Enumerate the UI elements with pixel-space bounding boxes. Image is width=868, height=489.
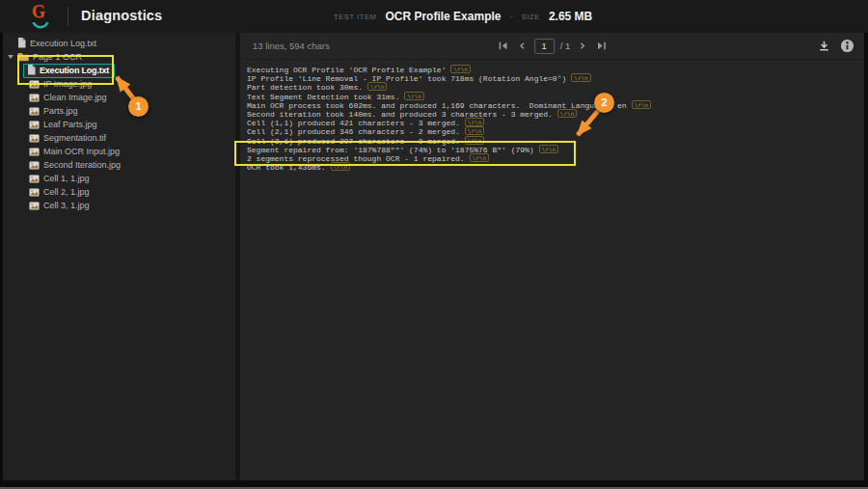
log-viewer-panel: 13 lines, 594 chars 1 / 1 [240, 33, 864, 480]
tree-item-label: Second Iteration.jpg [43, 160, 121, 170]
tree-item-label: Leaf Parts.jpg [43, 120, 97, 129]
log-line: Cell (2,1) produced 346 characters - 2 m… [247, 126, 651, 135]
crlf-badge: \r\n [331, 162, 350, 171]
tree-item-label: Main OCR Input.jpg [43, 147, 120, 156]
log-line: IP Profile 'Line Removal - IP Profile' t… [247, 73, 651, 82]
test-item-label: TEST ITEM [334, 13, 376, 21]
tree-item-label: Clean Image.jpg [43, 93, 107, 102]
meta-separator: · [509, 12, 512, 22]
size-value: 2.65 MB [549, 10, 592, 23]
page-title: Diagnostics [81, 8, 162, 23]
tree-item-label: Cell 2, 1.jpg [43, 187, 90, 197]
size-label: SIZE [522, 13, 540, 21]
test-item-value: OCR Profile Example [385, 10, 501, 23]
tree-item-label: Parts.jpg [43, 106, 78, 116]
viewer-toolbar: 13 lines, 594 chars 1 / 1 [240, 33, 864, 60]
log-line: OCR took 1,436ms.\r\n [247, 162, 651, 171]
tree-item-cell-3-1-jpg[interactable]: Cell 3, 1.jpg [3, 199, 235, 212]
log-line: Text Segment Detection took 31ms.\r\n [247, 92, 651, 100]
last-page-icon [594, 39, 609, 53]
crlf-badge: \r\n [367, 82, 387, 91]
tree-item-parts-jpg[interactable]: Parts.jpg [3, 104, 235, 118]
header-divider [68, 7, 68, 26]
tree-item-label: Segmentation.tif [43, 133, 106, 143]
chevron-right-icon [576, 39, 588, 53]
tree-item-main-ocr-input-jpg[interactable]: Main OCR Input.jpg [3, 145, 235, 158]
logo-arc-icon [32, 22, 49, 30]
log-line: Part detection took 30ms.\r\n [247, 82, 651, 91]
tree-item-cell-2-1-jpg[interactable]: Cell 2, 1.jpg [3, 185, 235, 199]
first-page-icon [496, 39, 510, 53]
file-tree: Execution Log.txtPage 1 OCRExecution Log… [3, 37, 235, 212]
tree-item-leaf-parts-jpg[interactable]: Leaf Parts.jpg [3, 118, 235, 131]
crlf-badge: \r\n [539, 145, 558, 153]
crlf-badge: \r\n [465, 126, 484, 135]
tree-item-clean-image-jpg[interactable]: Clean Image.jpg [3, 91, 235, 104]
next-page-button[interactable] [576, 39, 588, 53]
info-icon [840, 39, 854, 53]
log-content[interactable]: Executing OCR Profile 'OCR Profile Examp… [247, 65, 651, 171]
tree-item-ip-image-jpg[interactable]: IP Image.jpg [3, 77, 235, 91]
crlf-badge: \r\n [470, 153, 489, 162]
page-number-input[interactable]: 1 [534, 39, 555, 54]
file-stats: 13 lines, 594 chars [253, 33, 330, 59]
prev-page-button[interactable] [516, 39, 529, 53]
crlf-badge: \r\n [557, 109, 577, 118]
image-icon [29, 201, 40, 214]
info-button[interactable] [840, 39, 854, 53]
tree-item-label: IP Image.jpg [43, 79, 92, 89]
file-tree-panel: Execution Log.txtPage 1 OCRExecution Log… [3, 33, 235, 480]
tree-item-segmentation-tif[interactable]: Segmentation.tif [3, 131, 235, 145]
tree-item-label: Page 1 OCR [33, 52, 82, 62]
tree-item-label: Execution Log.txt [30, 39, 96, 48]
log-line-text: Cell (2,1) produced 346 characters - 2 m… [247, 127, 460, 136]
crlf-badge: \r\n [404, 92, 423, 100]
download-button[interactable] [817, 39, 831, 53]
tree-item-label: Cell 1, 1.jpg [43, 174, 90, 183]
crlf-badge: \r\n [571, 73, 590, 82]
tree-item-label: Execution Log.txt [40, 66, 109, 75]
crlf-badge: \r\n [465, 136, 484, 145]
crlf-badge: \r\n [632, 100, 651, 109]
log-line: Second iteration took 140ms. and produce… [247, 109, 651, 118]
caret-down-icon[interactable] [8, 55, 14, 59]
app-logo-icon: G [32, 2, 45, 22]
log-line: 2 segments reprocessed though OCR - 1 re… [247, 153, 651, 162]
crlf-badge: \r\n [450, 65, 470, 73]
chevron-left-icon [516, 39, 529, 53]
tree-item-page-1-ocr[interactable]: Page 1 OCR [3, 50, 235, 64]
tree-item-execution-log-txt[interactable]: Execution Log.txt [3, 37, 235, 50]
log-line: Cell (3,1) produced 207 characters - 0 m… [247, 136, 651, 145]
last-page-button[interactable] [594, 39, 609, 53]
crlf-badge: \r\n [465, 118, 484, 126]
tree-item-cell-1-1-jpg[interactable]: Cell 1, 1.jpg [3, 172, 235, 185]
log-line-text: OCR took 1,436ms. [247, 163, 326, 172]
tree-item-label: Cell 3, 1.jpg [43, 201, 90, 210]
log-line: Main OCR process took 602ms. and produce… [247, 100, 651, 109]
log-line: Segment repaired from: '187%788""' (74%)… [247, 145, 651, 153]
pagination: 1 / 1 [496, 33, 610, 59]
selected-item-box: Execution Log.txt [23, 64, 115, 78]
app-header: G Diagnostics TEST ITEM OCR Profile Exam… [0, 0, 868, 33]
download-icon [817, 39, 831, 53]
test-item-meta: TEST ITEM OCR Profile Example · SIZE 2.6… [334, 0, 592, 33]
toolbar-actions [817, 33, 854, 59]
diagnostics-app: G Diagnostics TEST ITEM OCR Profile Exam… [0, 0, 868, 489]
tree-item-second-iteration-jpg[interactable]: Second Iteration.jpg [3, 158, 235, 172]
log-line: Executing OCR Profile 'OCR Profile Examp… [247, 65, 651, 73]
log-line: Cell (1,1) produced 421 characters - 3 m… [247, 118, 651, 126]
tree-item-execution-log-txt[interactable]: Execution Log.txt [3, 64, 235, 77]
page-total: / 1 [560, 41, 571, 51]
first-page-button[interactable] [496, 39, 510, 53]
